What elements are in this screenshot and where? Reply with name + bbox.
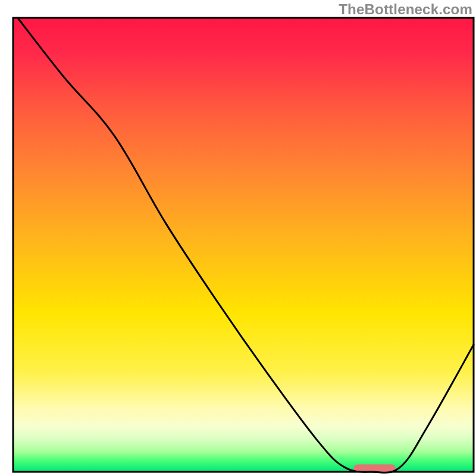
watermark-text: TheBottleneck.com bbox=[339, 1, 472, 18]
chart-svg bbox=[0, 0, 476, 476]
chart-container: TheBottleneck.com bbox=[0, 0, 476, 476]
plot-background bbox=[13, 18, 474, 472]
